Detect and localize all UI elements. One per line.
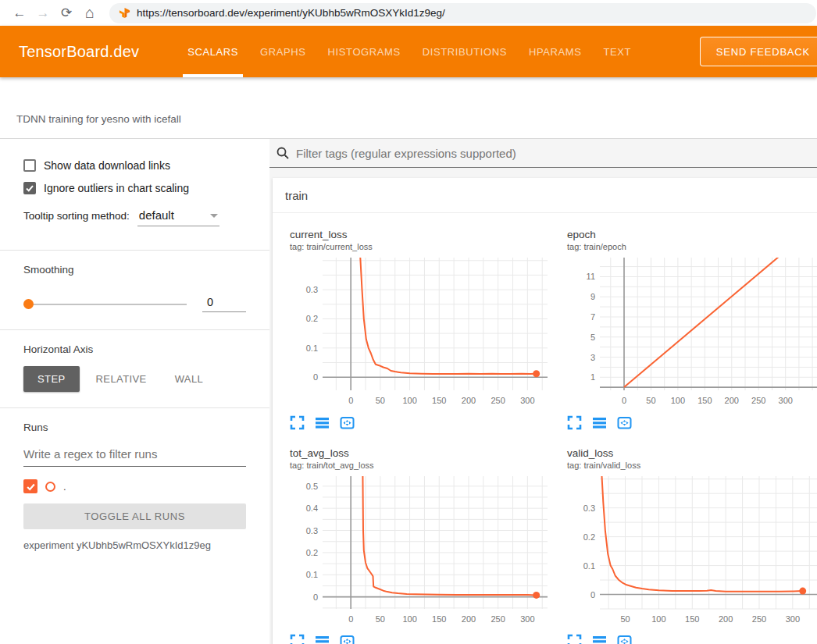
url-bar[interactable]: https://tensorboard.dev/experiment/yKUbh… — [109, 3, 816, 23]
run-list-item[interactable]: . — [23, 479, 246, 493]
svg-text:250: 250 — [491, 614, 505, 624]
fit-domain-icon[interactable] — [340, 415, 355, 430]
toggle-all-runs-button[interactable]: TOGGLE ALL RUNS — [23, 503, 246, 529]
forward-arrow-icon[interactable]: → — [31, 5, 55, 21]
expand-chart-icon[interactable] — [290, 634, 305, 644]
main-content: train current_loss tag: train/current_lo… — [269, 139, 817, 644]
svg-text:200: 200 — [725, 396, 739, 405]
runs-filter-input[interactable] — [23, 444, 246, 467]
line-chart[interactable]: 00.10.20.350100150200250300 — [567, 475, 817, 628]
svg-text:9: 9 — [590, 292, 595, 301]
svg-text:150: 150 — [432, 396, 446, 405]
tab-graphs[interactable]: GRAPHS — [249, 26, 317, 77]
experiment-title: TDNN training for yesno with icefall — [16, 113, 181, 125]
chart-title: epoch — [567, 229, 817, 240]
svg-text:50: 50 — [646, 396, 655, 405]
svg-text:150: 150 — [432, 614, 446, 624]
train-section-header[interactable]: train — [273, 178, 817, 213]
tab-histograms[interactable]: HISTOGRAMS — [317, 26, 412, 77]
chart-tag: tag: train/epoch — [567, 242, 817, 251]
chart-card-valid-loss: valid_loss tag: train/valid_loss 00.10.2… — [550, 447, 817, 644]
smoothing-slider[interactable] — [23, 304, 187, 305]
line-chart[interactable]: 00.10.20.30.40.5050100150200250300 — [290, 475, 552, 628]
svg-text:100: 100 — [671, 396, 685, 405]
y-axis-scale-icon[interactable] — [592, 634, 607, 644]
y-axis-scale-icon[interactable] — [592, 415, 607, 430]
nav-tabs: SCALARS GRAPHS HISTOGRAMS DISTRIBUTIONS … — [177, 26, 642, 77]
tensorboard-logo-icon — [119, 7, 130, 19]
run-name: . — [63, 481, 66, 493]
svg-text:0.2: 0.2 — [306, 548, 318, 557]
svg-text:200: 200 — [462, 396, 476, 405]
chart-title: current_loss — [290, 229, 550, 240]
show-download-links-checkbox-row[interactable]: Show data download links — [23, 159, 246, 172]
svg-text:300: 300 — [779, 396, 793, 405]
svg-text:11: 11 — [587, 272, 595, 281]
svg-text:100: 100 — [402, 614, 416, 624]
svg-text:50: 50 — [376, 396, 385, 405]
train-section-card: train current_loss tag: train/current_lo… — [273, 178, 817, 644]
slider-thumb[interactable] — [23, 299, 34, 309]
svg-text:250: 250 — [752, 614, 766, 624]
chart-title: valid_loss — [567, 447, 817, 459]
reload-icon[interactable]: ⟳ — [55, 5, 78, 21]
chart-tag: tag: train/valid_loss — [567, 461, 817, 470]
filter-tags-bar — [269, 139, 817, 168]
svg-text:0.5: 0.5 — [306, 482, 318, 491]
tab-text[interactable]: TEXT — [593, 26, 643, 77]
svg-text:0.1: 0.1 — [583, 561, 595, 571]
tooltip-sorting-dropdown[interactable]: default — [137, 208, 219, 226]
run-checkbox-checked-icon[interactable] — [23, 479, 37, 493]
brand-title: TensorBoard.dev — [0, 43, 158, 61]
home-icon[interactable]: ⌂ — [78, 4, 102, 22]
svg-text:0: 0 — [590, 590, 595, 600]
svg-text:0.1: 0.1 — [306, 570, 318, 579]
svg-text:1: 1 — [590, 372, 595, 382]
line-chart[interactable]: 00.10.20.3050100150200250300 — [290, 256, 552, 409]
send-feedback-button[interactable]: SEND FEEDBACK — [700, 37, 817, 66]
expand-chart-icon[interactable] — [290, 415, 305, 430]
runs-label: Runs — [23, 422, 246, 433]
filter-tags-input[interactable] — [296, 147, 809, 160]
svg-text:0: 0 — [622, 396, 626, 405]
tab-hparams[interactable]: HPARAMS — [518, 26, 593, 77]
svg-text:100: 100 — [402, 396, 416, 405]
y-axis-scale-icon[interactable] — [315, 634, 330, 644]
axis-step-button[interactable]: STEP — [23, 366, 80, 392]
svg-text:0: 0 — [348, 614, 353, 624]
svg-text:0.3: 0.3 — [306, 526, 318, 535]
svg-text:250: 250 — [751, 396, 765, 405]
axis-relative-button[interactable]: RELATIVE — [84, 366, 159, 392]
chart-tag: tag: train/tot_avg_loss — [290, 461, 550, 470]
smoothing-value-input[interactable]: 0 — [202, 296, 246, 312]
charts-grid: current_loss tag: train/current_loss 00.… — [273, 213, 817, 644]
chart-card-epoch: epoch tag: train/epoch 13579110501001502… — [550, 229, 817, 430]
ignore-outliers-label: Ignore outliers in chart scaling — [44, 182, 189, 194]
ignore-outliers-checkbox-row[interactable]: Ignore outliers in chart scaling — [23, 182, 246, 194]
svg-text:50: 50 — [376, 614, 385, 624]
y-axis-scale-icon[interactable] — [315, 415, 330, 430]
settings-sidebar: Show data download links Ignore outliers… — [0, 139, 269, 644]
fit-domain-icon[interactable] — [617, 415, 632, 430]
svg-text:200: 200 — [719, 614, 733, 624]
fit-domain-icon[interactable] — [617, 634, 632, 644]
axis-wall-button[interactable]: WALL — [163, 366, 216, 392]
tooltip-sorting-label: Tooltip sorting method: — [23, 210, 130, 222]
svg-text:0.1: 0.1 — [306, 343, 318, 353]
svg-text:300: 300 — [520, 614, 534, 624]
chart-tag: tag: train/current_loss — [290, 242, 550, 251]
fit-domain-icon[interactable] — [340, 634, 355, 644]
expand-chart-icon[interactable] — [567, 634, 582, 644]
checkbox-unchecked-icon[interactable] — [23, 159, 36, 172]
checkbox-checked-icon[interactable] — [23, 182, 36, 194]
svg-text:200: 200 — [462, 614, 476, 624]
tab-scalars[interactable]: SCALARS — [177, 26, 249, 77]
run-color-swatch-icon — [45, 482, 55, 492]
tab-distributions[interactable]: DISTRIBUTIONS — [412, 26, 518, 77]
line-chart[interactable]: 1357911050100150200250300 — [567, 256, 817, 409]
svg-text:0: 0 — [348, 396, 353, 405]
svg-text:0.3: 0.3 — [306, 285, 318, 294]
experiment-id-text: experiment yKUbhb5wRmOSXYkId1z9eg — [23, 539, 246, 551]
back-arrow-icon[interactable]: ← — [8, 5, 31, 21]
expand-chart-icon[interactable] — [567, 415, 582, 430]
